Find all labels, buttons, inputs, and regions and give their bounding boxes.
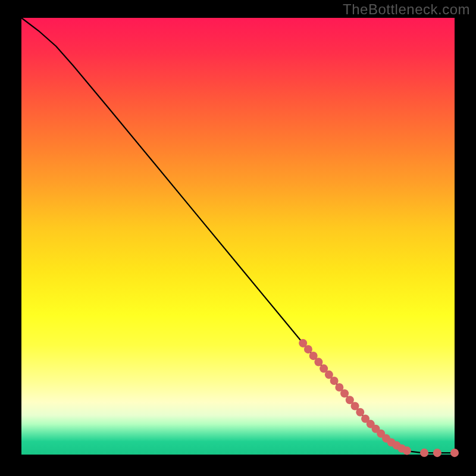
chart-overlay (21, 18, 455, 455)
data-point (314, 358, 322, 366)
data-point (450, 449, 459, 457)
attribution-text: TheBottleneck.com (343, 1, 470, 18)
bottleneck-curve (21, 18, 455, 453)
data-points (299, 339, 459, 457)
data-point (356, 408, 364, 416)
data-point (433, 449, 441, 457)
data-point (340, 389, 349, 397)
data-point (330, 377, 339, 385)
data-point (304, 345, 312, 353)
data-point (420, 449, 428, 457)
data-point (403, 446, 411, 455)
chart-frame: TheBottleneck.com (0, 0, 476, 476)
plot-area (21, 18, 455, 455)
